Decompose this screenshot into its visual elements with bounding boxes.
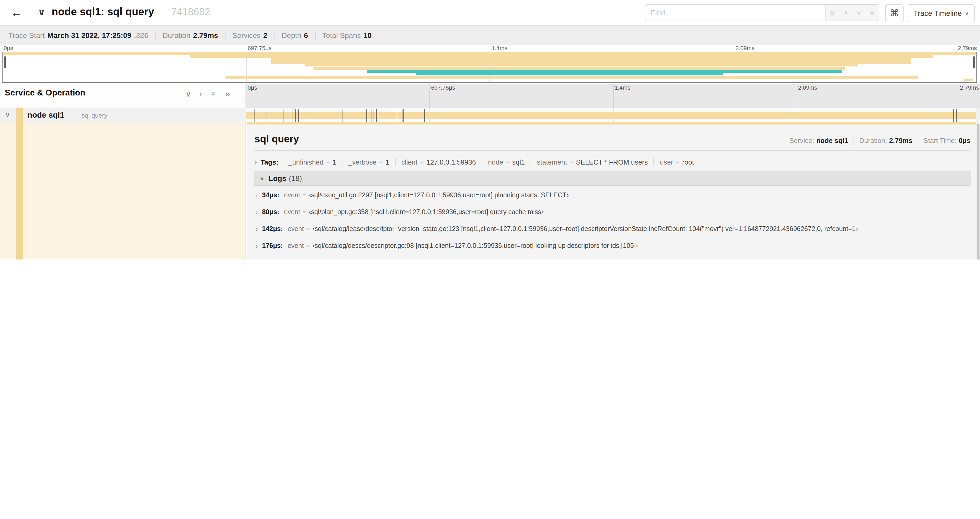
chevron-right-icon: › xyxy=(256,242,258,250)
log-marker-tick xyxy=(953,109,954,122)
span-row-label[interactable]: ∨ node sql1 sql query xyxy=(0,108,246,122)
tags-list: _unfinished = 1 _verbose = 1 client = 12… xyxy=(283,158,700,166)
trace-id: 7418682 xyxy=(171,6,210,18)
minimap-tick-labels: 0μs697.75μs1.4ms2.09ms2.79ms xyxy=(2,45,978,52)
span-color-accent-bar xyxy=(247,122,980,125)
chevron-down-icon: ∨ xyxy=(965,10,969,16)
detail-operation-title: sql query xyxy=(255,133,299,145)
column-resizer-handle[interactable] xyxy=(240,93,243,100)
log-marker-tick xyxy=(375,109,377,122)
timeline-tick-header: 0μs697.75μs1.4ms2.09ms2.79ms xyxy=(246,85,980,108)
log-time: 189μs: xyxy=(262,259,283,260)
trace-stats-bar: Trace Start March 31 2022, 17:25:09 .326… xyxy=(0,25,980,45)
collapse-one-icon[interactable]: ∨ xyxy=(186,89,191,99)
minimap-span-bar xyxy=(304,64,858,67)
minimap-span-bar xyxy=(367,70,842,72)
log-time: 80μs: xyxy=(262,208,279,216)
tag-item[interactable]: _unfinished = 1 xyxy=(283,158,342,166)
log-field-key: event xyxy=(288,225,304,233)
trace-view-selector-button[interactable]: Trace Timeline ∨ xyxy=(908,4,974,22)
back-button[interactable]: ← xyxy=(0,0,33,25)
timeline-section-header: Service & Operation ∨ › » » 0μs697.75μs1… xyxy=(0,85,980,108)
log-entry[interactable]: › 142μs: event = ‹sql/catalog/lease/desc… xyxy=(255,220,970,237)
log-marker-tick xyxy=(371,109,371,122)
minimap-span-bar xyxy=(271,58,911,61)
trace-start-value: March 31 2022, 17:25:09 xyxy=(47,31,131,40)
log-field-value: ‹sql/plan_opt.go:358 [nsql1,client=127.0… xyxy=(309,208,544,216)
divider xyxy=(225,31,226,39)
depth-label: Depth xyxy=(282,31,301,40)
equals-sign: = xyxy=(306,226,310,232)
tick-label: 1.4ms xyxy=(613,85,630,91)
next-match-icon[interactable]: ∨ xyxy=(856,9,861,17)
service-color-stripe xyxy=(16,122,23,260)
collapse-all-icon[interactable]: » xyxy=(210,91,218,96)
tag-item[interactable]: client = 127.0.0.1:59936 xyxy=(395,158,482,166)
logs-count: (18) xyxy=(289,174,302,182)
chevron-right-icon: › xyxy=(256,225,258,233)
chevron-right-icon: › xyxy=(256,208,258,216)
tag-item[interactable]: statement = SELECT * FROM users xyxy=(531,158,654,166)
timeline-gridline xyxy=(613,108,614,122)
vertical-scrollbar[interactable] xyxy=(976,108,980,260)
log-marker-tick xyxy=(396,109,397,122)
timeline-gridline xyxy=(430,108,430,122)
log-field-key: event xyxy=(284,208,300,216)
tag-item[interactable]: _verbose = 1 xyxy=(342,158,395,166)
timeline-gridline xyxy=(797,108,797,122)
tag-item[interactable]: node = sql1 xyxy=(482,158,531,166)
divider xyxy=(255,150,970,151)
log-entry[interactable]: › 80μs: event = ‹sql/plan_opt.go:358 [ns… xyxy=(255,204,970,220)
duration-label: Duration xyxy=(162,31,191,40)
detail-row-left-column xyxy=(0,122,246,260)
trace-start-fraction: .326 xyxy=(134,31,149,40)
expand-all-icon[interactable]: » xyxy=(226,89,230,98)
prev-match-icon[interactable]: ∧ xyxy=(843,9,848,17)
logs-header[interactable]: ∨ Logs (18) xyxy=(255,171,970,186)
timeline-minimap[interactable] xyxy=(2,52,977,83)
focus-match-icon[interactable]: ◎ xyxy=(830,9,836,17)
log-marker-tick xyxy=(255,109,255,122)
find-input[interactable] xyxy=(646,5,825,21)
minimap-span-bar xyxy=(3,52,976,55)
expand-one-icon[interactable]: › xyxy=(199,89,202,98)
log-entry[interactable]: › 189μs: event = ‹sql/catalog/lease/desc… xyxy=(255,254,970,260)
log-marker-tick xyxy=(299,109,299,122)
logs-list: › 34μs: event = ‹sql/exec_util.go:2297 [… xyxy=(255,187,970,260)
trace-collapse-chevron-icon[interactable]: ∨ xyxy=(38,7,45,18)
clear-find-icon[interactable]: ✕ xyxy=(869,9,875,17)
log-field-key: event xyxy=(288,259,304,260)
service-label: Service: xyxy=(789,137,814,145)
chevron-down-icon: ∨ xyxy=(260,174,264,182)
log-marker-tick xyxy=(366,109,367,122)
back-arrow-icon: ← xyxy=(11,6,22,19)
find-controls: ◎ ∧ ∨ ✕ xyxy=(825,5,879,21)
tick-label: 697.75μs xyxy=(246,45,272,51)
log-field-key: event xyxy=(288,242,304,249)
chevron-right-icon: › xyxy=(256,191,258,199)
minimap-right-drag-handle[interactable] xyxy=(973,56,975,68)
service-operation-header: Service & Operation ∨ › » » xyxy=(0,85,246,108)
service-color-stripe xyxy=(16,108,23,122)
scrollbar-thumb[interactable] xyxy=(977,124,980,260)
log-entry[interactable]: › 34μs: event = ‹sql/exec_util.go:2297 [… xyxy=(255,187,970,204)
duration-value: 2.79ms xyxy=(193,31,218,40)
tick-label: 2.79ms xyxy=(960,85,980,91)
tick-label: 0μs xyxy=(2,45,13,51)
minimap-left-drag-handle[interactable] xyxy=(4,56,6,68)
span-operation-name: sql query xyxy=(82,112,107,119)
log-field-value: ‹sql/catalog/lease/descriptor_version_st… xyxy=(312,259,861,260)
tick-label: 697.75μs xyxy=(430,85,455,91)
tags-row[interactable]: › Tags: _unfinished = 1 _verbose = 1 cli… xyxy=(255,155,970,169)
log-marker-tick xyxy=(267,109,267,122)
span-bar-row[interactable] xyxy=(246,108,980,122)
tick-label: 2.09ms xyxy=(797,85,817,91)
log-time: 34μs: xyxy=(262,192,279,199)
chevron-right-icon: › xyxy=(255,158,257,166)
tick-label: 2.79ms xyxy=(958,45,978,51)
keyboard-shortcuts-button[interactable]: ⌘ xyxy=(885,4,904,22)
jaeger-trace-view: ← ∨ node sql1: sql query 7418682 ◎ ∧ ∨ ✕… xyxy=(0,0,980,260)
tag-item[interactable]: user = root xyxy=(654,158,700,166)
log-entry[interactable]: › 176μs: event = ‹sql/catalog/descs/desc… xyxy=(255,237,970,254)
divider xyxy=(315,31,315,39)
